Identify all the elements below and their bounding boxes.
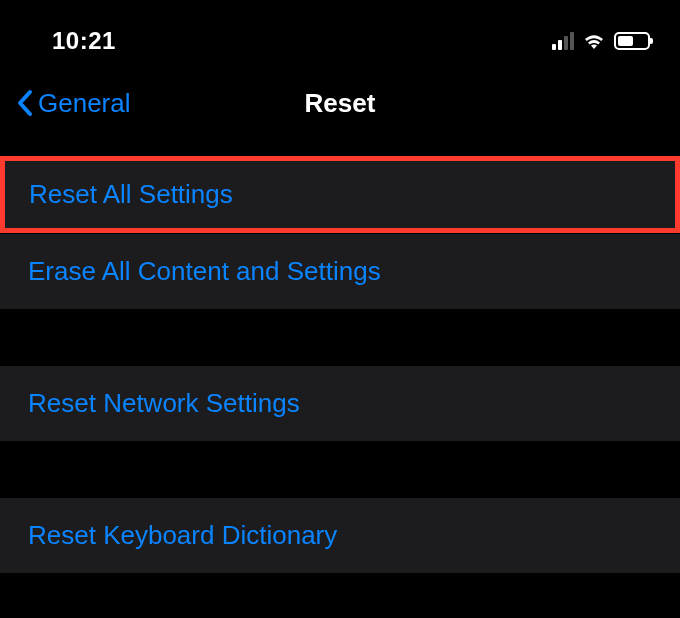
back-label: General — [38, 88, 131, 119]
wifi-icon — [582, 32, 606, 50]
erase-all-content-label: Erase All Content and Settings — [28, 256, 381, 286]
status-icons — [552, 32, 650, 50]
navigation-bar: General Reset — [0, 72, 680, 134]
reset-network-settings-item[interactable]: Reset Network Settings — [0, 366, 680, 442]
content: Reset All Settings Erase All Content and… — [0, 156, 680, 574]
reset-all-settings-item[interactable]: Reset All Settings — [0, 156, 680, 234]
chevron-left-icon — [16, 89, 34, 117]
erase-all-content-item[interactable]: Erase All Content and Settings — [0, 234, 680, 310]
highlight-box: Reset All Settings — [0, 156, 680, 233]
section-separator — [0, 442, 680, 498]
cellular-signal-icon — [552, 32, 574, 50]
reset-keyboard-dictionary-item[interactable]: Reset Keyboard Dictionary — [0, 498, 680, 574]
reset-all-settings-label: Reset All Settings — [29, 179, 233, 209]
reset-keyboard-dictionary-label: Reset Keyboard Dictionary — [28, 520, 337, 550]
reset-network-settings-label: Reset Network Settings — [28, 388, 300, 418]
section-separator — [0, 310, 680, 366]
status-time: 10:21 — [52, 27, 116, 55]
battery-icon — [614, 32, 650, 50]
back-button[interactable]: General — [16, 88, 131, 119]
page-title: Reset — [305, 88, 376, 119]
status-bar: 10:21 — [0, 0, 680, 72]
